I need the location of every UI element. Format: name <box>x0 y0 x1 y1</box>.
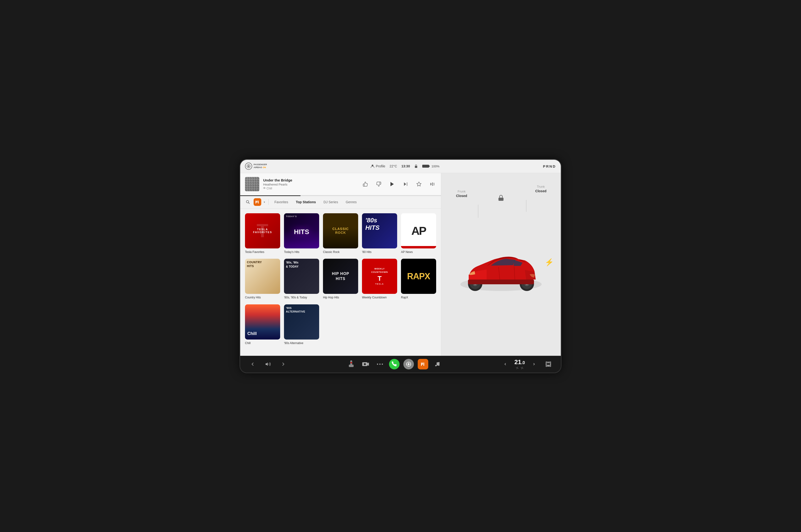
tab-dj-series[interactable]: DJ Series <box>321 199 341 205</box>
station-rapx[interactable]: RAPX RapX <box>401 259 436 300</box>
car-top-view-icon <box>544 361 553 367</box>
svg-point-66 <box>517 367 518 368</box>
station-weekly-countdown[interactable]: WEEKLY COUNTDOWN T TESLA Weekly Countdow… <box>362 259 397 300</box>
progress-fill <box>240 195 300 196</box>
station-todays-hits[interactable]: TODAY'S HITS Today's Hits <box>284 213 319 254</box>
tab-favorites[interactable]: Favorites <box>272 199 291 205</box>
car-controls-button[interactable] <box>543 359 554 369</box>
svg-line-25 <box>248 203 250 204</box>
svg-point-67 <box>522 367 522 368</box>
tab-top-stations[interactable]: Top Stations <box>293 199 319 205</box>
car-lock-icon[interactable] <box>498 195 504 202</box>
station-art-ap-news: AP <box>401 213 436 248</box>
music-note-button[interactable] <box>432 359 443 369</box>
station-label-country-hits: Country Hits <box>245 296 261 300</box>
svg-rect-63 <box>421 364 423 364</box>
station-90s-alternative[interactable]: '90sALTERNATIVE '90s Alternative <box>284 304 319 345</box>
equalizer-button[interactable] <box>428 180 436 188</box>
tab-genres[interactable]: Genres <box>343 199 359 205</box>
station-art-hip-hop-hits: HIP HOPHITS <box>323 259 358 294</box>
temp-decrease-button[interactable] <box>500 359 510 369</box>
svg-point-50 <box>365 364 365 365</box>
favorite-button[interactable] <box>415 180 423 188</box>
temperature-control: 21 .0 <box>515 358 525 369</box>
airbag-icon <box>245 163 252 170</box>
svg-marker-48 <box>368 362 369 366</box>
station-ap-news[interactable]: AP AP News <box>401 213 436 254</box>
svg-point-70 <box>546 365 547 367</box>
search-button[interactable] <box>244 198 252 206</box>
station-hip-hop-hits[interactable]: HIP HOPHITS Hip Hop Hits <box>323 259 358 300</box>
station-chill[interactable]: Chill Chill <box>245 304 280 345</box>
station-label-80s-90s-today: '80s, '90s & Today <box>284 296 307 300</box>
station-label-tesla-favorites: Tesla Favorites <box>245 250 264 254</box>
fan-left-icon <box>516 366 519 369</box>
svg-rect-62 <box>424 362 424 366</box>
station-label-chill: Chill <box>245 341 250 345</box>
taskbar-center <box>346 359 443 369</box>
svg-point-55 <box>408 363 409 365</box>
frunk-status-value: Closed <box>456 194 467 198</box>
svg-marker-43 <box>265 362 268 366</box>
svg-rect-29 <box>256 202 257 202</box>
status-center: Profile 22°C 13:30 100% <box>371 164 440 168</box>
pandora-active-button[interactable] <box>418 359 428 369</box>
autopilot-button[interactable] <box>403 359 414 369</box>
station-label-90s-alternative: '90s Alternative <box>284 341 303 345</box>
phone-button[interactable] <box>389 359 399 369</box>
frunk-status[interactable]: Frunk Closed <box>456 189 467 198</box>
app-logo-button[interactable] <box>254 198 261 206</box>
station-art-weekly-countdown: WEEKLY COUNTDOWN T TESLA <box>362 259 397 294</box>
trunk-status[interactable]: Trunk Closed <box>535 185 546 194</box>
station-tesla-favorites[interactable]: TESLAFAVORITES T Tesla Favorites <box>245 213 280 254</box>
temp-number: 21 <box>515 358 521 366</box>
trunk-status-value: Closed <box>535 189 546 194</box>
track-station: Chill <box>263 187 358 190</box>
lock-icon <box>414 164 418 168</box>
play-button[interactable] <box>388 180 396 188</box>
autopilot-stalk-button[interactable] <box>346 359 356 369</box>
fan-right-icon <box>520 366 524 369</box>
right-panel-car: Frunk Closed Trunk Closed <box>441 173 561 356</box>
back-button[interactable] <box>247 359 258 369</box>
station-label-hip-hop-hits: Hip Hop Hits <box>323 296 339 300</box>
station-art-90s-alternative: '90sALTERNATIVE <box>284 304 319 340</box>
svg-point-72 <box>546 361 547 363</box>
pandora-icon <box>255 200 260 205</box>
airbag-label: PASSENGERAIRBAG ON <box>254 163 267 169</box>
temp-value-display: 21 .0 <box>515 358 525 369</box>
thumbs-up-button[interactable] <box>361 180 369 188</box>
svg-rect-10 <box>429 166 430 167</box>
status-left: PASSENGERAIRBAG ON <box>245 163 267 170</box>
profile-button[interactable]: Profile <box>371 164 386 168</box>
station-country-hits[interactable]: COUNTRYHITS Country Hits <box>245 259 280 300</box>
temperature-display: 22°C <box>390 164 397 168</box>
forward-button[interactable] <box>278 359 288 369</box>
car-svg <box>455 244 546 294</box>
station-classic-rock[interactable]: CLASSICROCK Classic Rock <box>323 213 358 254</box>
station-name: Chill <box>266 187 272 190</box>
station-label-rapx: RapX <box>401 296 408 300</box>
station-art-classic-rock: CLASSICROCK <box>323 213 358 248</box>
temp-increase-button[interactable] <box>529 359 539 369</box>
station-art-rapx: RAPX <box>401 259 436 294</box>
app-dropdown-button[interactable]: ▼ <box>263 201 265 204</box>
skip-forward-button[interactable] <box>402 180 409 188</box>
station-art-todays-hits: TODAY'S HITS <box>284 213 319 248</box>
battery-display: 100% <box>422 164 439 168</box>
more-button[interactable] <box>375 359 385 369</box>
svg-point-51 <box>377 363 378 365</box>
station-label-ap-news: AP News <box>401 250 413 254</box>
station-80s-90s-today[interactable]: '80s, '90s& TODAY '80s, '90s & Today <box>284 259 319 300</box>
now-playing-bar: Under the Bridge Heathered Pearls Chill <box>240 173 441 195</box>
station-label-todays-hits: Today's Hits <box>284 250 299 254</box>
progress-bar[interactable] <box>240 195 441 196</box>
camera-button[interactable] <box>360 359 371 369</box>
thumbs-down-button[interactable] <box>375 180 383 188</box>
trunk-label: Trunk <box>535 185 546 189</box>
svg-rect-30 <box>499 197 504 201</box>
time-display: 13:30 <box>402 164 410 168</box>
station-80s-hits[interactable]: '80sHITS '80 Hits <box>362 213 397 254</box>
volume-button[interactable] <box>263 359 273 369</box>
station-art-80s-90s-today: '80s, '90s& TODAY <box>284 259 319 294</box>
